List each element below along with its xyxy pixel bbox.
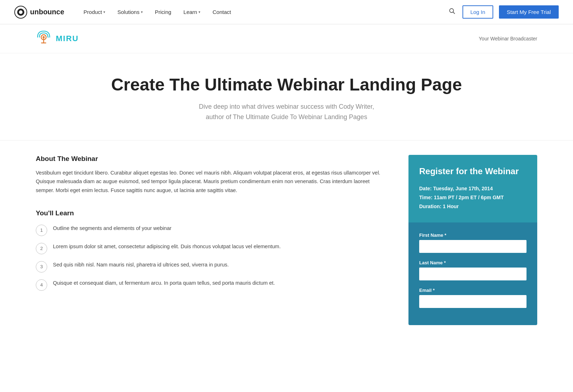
chevron-down-icon: ▾ xyxy=(103,10,105,14)
register-title: Register for the Webinar xyxy=(419,166,527,176)
svg-point-2 xyxy=(19,10,23,14)
nav-solutions[interactable]: Solutions ▾ xyxy=(112,6,148,18)
list-text: Quisque et consequat diam, ut fermentum … xyxy=(53,279,275,287)
last-name-input[interactable] xyxy=(419,268,527,280)
last-name-group: Last Name * xyxy=(419,260,527,280)
learn-title: You'll Learn xyxy=(36,209,387,217)
login-button[interactable]: Log In xyxy=(462,5,493,19)
hero-subtitle: Dive deep into what drives webinar succe… xyxy=(14,102,559,122)
last-name-label: Last Name * xyxy=(419,260,527,265)
chevron-down-icon: ▾ xyxy=(199,10,200,14)
list-item: 3 Sed quis nibh nisl. Nam mauris nisl, p… xyxy=(36,261,387,273)
main-content: About The Webinar Vestibulum eget tincid… xyxy=(0,141,573,340)
nav-product[interactable]: Product ▾ xyxy=(79,6,111,18)
hero-title: Create The Ultimate Webinar Landing Page xyxy=(14,75,559,94)
first-name-input[interactable] xyxy=(419,240,527,253)
nav-pricing[interactable]: Pricing xyxy=(150,6,176,18)
logo[interactable]: unbounce xyxy=(14,6,64,19)
content-left: About The Webinar Vestibulum eget tincid… xyxy=(36,155,408,291)
list-number: 3 xyxy=(36,261,47,273)
learn-list: 1 Outline the segments and elements of y… xyxy=(36,224,387,291)
list-number: 4 xyxy=(36,279,47,291)
brand-left: MIRU xyxy=(36,31,79,46)
email-label: Email * xyxy=(419,288,527,293)
search-icon xyxy=(449,8,455,14)
brand-tagline: Your Webinar Broadcaster xyxy=(479,36,537,41)
svg-point-6 xyxy=(43,36,45,38)
first-name-label: First Name * xyxy=(419,232,527,238)
brand-name: MIRU xyxy=(56,34,79,43)
search-button[interactable] xyxy=(447,6,457,18)
register-date: Date: Tuesday, June 17th, 2014 xyxy=(419,184,527,193)
list-item: 2 Lorem ipsum dolor sit amet, consectetu… xyxy=(36,242,387,254)
nav-contact[interactable]: Contact xyxy=(207,6,236,18)
trial-button[interactable]: Start My Free Trial xyxy=(499,5,559,19)
register-panel: Register for the Webinar Date: Tuesday, … xyxy=(408,155,537,325)
register-duration: Duration: 1 Hour xyxy=(419,202,527,211)
nav-links: Product ▾ Solutions ▾ Pricing Learn ▾ Co… xyxy=(79,6,447,18)
register-time: Time: 11am PT / 2pm ET / 6pm GMT xyxy=(419,193,527,202)
register-form: First Name * Last Name * Email * xyxy=(408,222,537,325)
navbar: unbounce Product ▾ Solutions ▾ Pricing L… xyxy=(0,0,573,24)
list-text: Outline the segments and elements of you… xyxy=(53,224,171,232)
about-title: About The Webinar xyxy=(36,155,387,163)
register-meta: Date: Tuesday, June 17th, 2014 Time: 11a… xyxy=(419,184,527,211)
list-number: 1 xyxy=(36,225,47,236)
logo-text: unbounce xyxy=(30,8,64,16)
list-text: Sed quis nibh nisl. Nam mauris nisl, pha… xyxy=(53,261,229,269)
list-item: 1 Outline the segments and elements of y… xyxy=(36,224,387,236)
brand-bar: MIRU Your Webinar Broadcaster xyxy=(0,24,573,53)
nav-learn[interactable]: Learn ▾ xyxy=(178,6,205,18)
hero-section: Create The Ultimate Webinar Landing Page… xyxy=(0,53,573,141)
about-body: Vestibulum eget tincidunt libero. Curabi… xyxy=(36,168,387,195)
unbounce-logo-icon xyxy=(14,6,27,19)
register-header: Register for the Webinar Date: Tuesday, … xyxy=(408,155,537,223)
list-item: 4 Quisque et consequat diam, ut fermentu… xyxy=(36,279,387,291)
list-text: Lorem ipsum dolor sit amet, consectetur … xyxy=(53,242,281,251)
miru-logo-icon xyxy=(36,31,52,46)
chevron-down-icon: ▾ xyxy=(141,10,143,14)
email-input[interactable] xyxy=(419,295,527,308)
email-group: Email * xyxy=(419,288,527,308)
first-name-group: First Name * xyxy=(419,232,527,253)
nav-actions: Log In Start My Free Trial xyxy=(447,5,559,19)
svg-line-4 xyxy=(453,12,455,14)
list-number: 2 xyxy=(36,243,47,254)
